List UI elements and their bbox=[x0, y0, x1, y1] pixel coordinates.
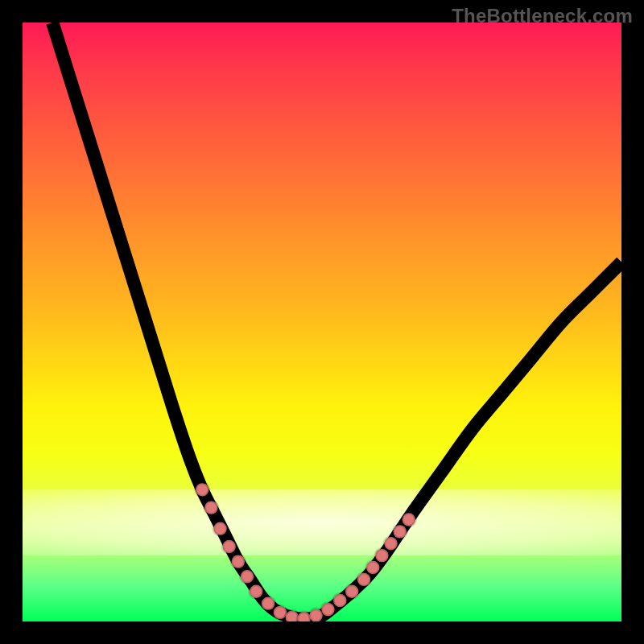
marker-point bbox=[366, 561, 379, 574]
marker-point bbox=[321, 603, 334, 616]
marker-point bbox=[345, 585, 358, 598]
marker-point bbox=[204, 501, 217, 514]
marker-point bbox=[222, 540, 235, 553]
marker-point bbox=[286, 611, 299, 621]
marker-point bbox=[274, 606, 287, 619]
marker-point bbox=[262, 597, 275, 609]
marker-point bbox=[213, 522, 226, 535]
curve-svg bbox=[23, 23, 621, 621]
marker-point bbox=[375, 549, 388, 562]
plot-area bbox=[23, 23, 621, 621]
marker-point bbox=[309, 609, 322, 621]
marker-point bbox=[333, 594, 346, 607]
marker-point bbox=[297, 612, 310, 621]
bottleneck-curve-path bbox=[52, 23, 621, 619]
marker-point bbox=[384, 537, 397, 550]
watermark-text: TheBottleneck.com bbox=[452, 5, 633, 27]
chart-frame: TheBottleneck.com bbox=[0, 0, 644, 644]
marker-point bbox=[232, 555, 245, 568]
marker-point bbox=[196, 483, 208, 496]
highlight-markers bbox=[196, 483, 415, 621]
marker-point bbox=[241, 570, 254, 583]
marker-point bbox=[250, 585, 262, 598]
glow-band bbox=[23, 489, 621, 555]
marker-point bbox=[402, 513, 415, 526]
marker-point bbox=[394, 525, 407, 538]
marker-point bbox=[357, 573, 370, 586]
